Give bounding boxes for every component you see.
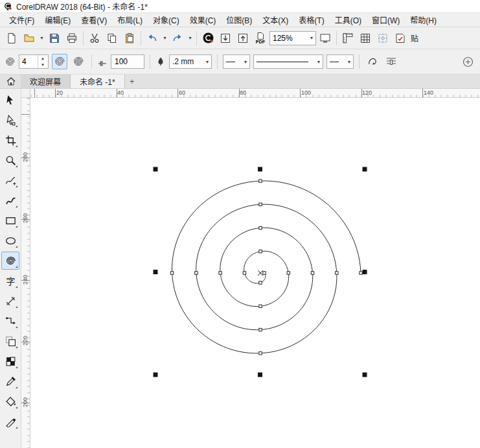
zoom-tool[interactable] (1, 151, 19, 169)
zoom-level-combobox[interactable]: ▾ (269, 31, 316, 45)
spiral-node[interactable] (311, 272, 314, 274)
connector-tool[interactable] (1, 312, 19, 330)
menu-object[interactable]: 对象(C) (148, 12, 185, 27)
spiral-node[interactable] (259, 250, 262, 253)
menu-file[interactable]: 文件(F) (4, 12, 40, 27)
tab-untitled-document[interactable]: 未命名 -1* (71, 75, 125, 88)
drawing-canvas[interactable] (30, 98, 480, 448)
horizontal-ruler[interactable]: 20 40 60 80 100 120 140 (30, 89, 480, 98)
redo-dropdown-caret[interactable]: ▾ (187, 30, 194, 47)
search-content-button[interactable] (200, 30, 216, 47)
spiral-node[interactable] (243, 272, 246, 274)
start-arrowhead-select[interactable]: ▾ (223, 54, 250, 69)
quick-customize-button[interactable] (460, 54, 475, 69)
menu-text[interactable]: 文本(X) (257, 12, 293, 27)
selection-handle[interactable] (363, 373, 367, 377)
menu-help[interactable]: 帮助(H) (405, 12, 442, 27)
open-button[interactable] (21, 30, 38, 47)
vertical-ruler[interactable]: 280 260 240 220 200 (21, 98, 30, 448)
spiral-node[interactable] (259, 203, 262, 206)
freehand-tool[interactable] (1, 171, 19, 189)
copy-button[interactable] (104, 30, 120, 47)
spiral-node[interactable] (219, 272, 222, 274)
show-grid-button[interactable] (357, 30, 374, 47)
menu-tools[interactable]: 工具(O) (330, 12, 367, 27)
crop-tool[interactable] (1, 131, 19, 149)
zoom-level-input[interactable] (273, 34, 303, 43)
selection-handle[interactable] (363, 270, 367, 274)
new-tab-button[interactable]: + (125, 75, 139, 88)
selection-handle[interactable] (258, 373, 262, 377)
mesh-fill-tool[interactable] (1, 352, 19, 370)
export-button[interactable] (234, 30, 251, 47)
revolutions-spin-up-button[interactable]: ▲ (38, 55, 47, 62)
spiral-node[interactable] (259, 352, 262, 355)
outline-pen-tool[interactable] (1, 412, 19, 430)
artistic-media-tool[interactable] (1, 191, 19, 209)
spiral-curve[interactable] (172, 181, 361, 353)
selection-handle[interactable] (154, 373, 158, 377)
rectangle-tool[interactable] (1, 211, 19, 230)
publish-pdf-button[interactable]: PDF (252, 30, 269, 47)
tab-welcome-screen[interactable]: 欢迎屏幕 (21, 75, 71, 88)
paste-button[interactable] (121, 30, 138, 47)
show-rulers-button[interactable] (339, 30, 356, 47)
text-tool[interactable]: 字 (1, 272, 19, 290)
menu-view[interactable]: 查看(V) (76, 12, 112, 27)
wrap-text-button[interactable] (383, 54, 399, 69)
selection-handle[interactable] (154, 167, 158, 172)
menu-window[interactable]: 窗口(W) (367, 12, 405, 27)
revolutions-spin-down-button[interactable]: ▼ (38, 62, 47, 68)
import-button[interactable] (217, 30, 234, 47)
spiral-node[interactable] (259, 180, 262, 182)
menu-edit[interactable]: 编辑(E) (40, 12, 76, 27)
line-style-select[interactable]: ▾ (253, 54, 323, 69)
eyedropper-tool[interactable] (1, 372, 19, 390)
pick-tool[interactable] (1, 91, 19, 109)
dimension-tool[interactable] (1, 292, 19, 310)
spiral-node[interactable] (195, 272, 198, 274)
ellipse-tool[interactable] (1, 231, 19, 250)
fullscreen-preview-button[interactable] (317, 30, 334, 47)
undo-dropdown-caret[interactable]: ▾ (161, 30, 168, 47)
spiral-node[interactable] (360, 272, 362, 274)
selection-handle[interactable] (258, 167, 262, 172)
options-button[interactable] (392, 30, 409, 47)
spiral-node[interactable] (287, 272, 290, 274)
menu-bitmaps[interactable]: 位图(B) (221, 12, 257, 27)
selection-handle[interactable] (363, 167, 367, 172)
snap-to-label[interactable]: 贴 (409, 32, 420, 43)
menu-layout[interactable]: 布局(L) (112, 12, 148, 27)
symmetric-spiral-button[interactable] (52, 54, 67, 69)
interactive-fill-tool[interactable] (1, 392, 19, 410)
menu-table[interactable]: 表格(T) (293, 12, 329, 27)
center-x-marker[interactable] (258, 270, 263, 276)
undo-button[interactable] (144, 30, 161, 47)
spiral-node[interactable] (259, 226, 262, 229)
spiral-node[interactable] (336, 272, 338, 274)
spiral-tool[interactable] (1, 252, 19, 270)
ruler-origin-corner[interactable] (21, 89, 30, 98)
spiral-node[interactable] (259, 305, 262, 307)
redo-button[interactable] (169, 30, 186, 47)
spiral-revolutions-input[interactable] (19, 55, 38, 68)
outline-width-select[interactable]: .2 mm ▾ (169, 54, 212, 69)
spiral-revolutions-stepper[interactable]: ▲ ▼ (19, 54, 49, 69)
open-dropdown-caret[interactable]: ▾ (38, 30, 45, 47)
spiral-node[interactable] (170, 272, 173, 274)
contour-tool[interactable] (1, 332, 19, 350)
new-document-button[interactable] (3, 30, 20, 47)
close-curve-button[interactable] (365, 54, 380, 69)
spiral-node[interactable] (259, 328, 262, 331)
shape-tool[interactable] (1, 111, 19, 129)
zoom-dropdown-caret[interactable]: ▾ (310, 35, 313, 41)
logarithmic-spiral-button[interactable] (71, 54, 86, 69)
spiral-expansion-input[interactable] (111, 54, 144, 69)
spiral-node[interactable] (263, 272, 266, 274)
cut-button[interactable] (86, 30, 103, 47)
spiral-node[interactable] (259, 281, 262, 284)
menu-effects[interactable]: 效果(C) (185, 12, 222, 27)
save-button[interactable] (46, 30, 63, 47)
end-arrowhead-select[interactable]: ▾ (326, 54, 354, 69)
home-button[interactable] (1, 75, 21, 88)
